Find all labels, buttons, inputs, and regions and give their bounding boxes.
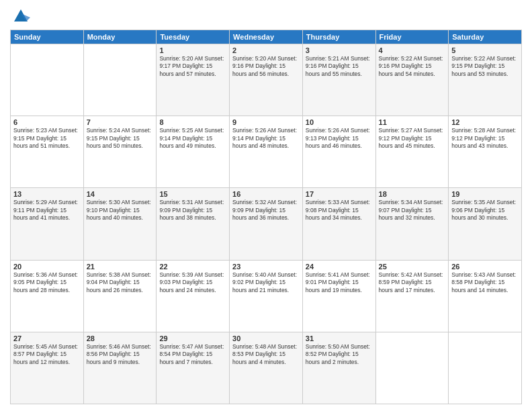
day-cell: 19Sunrise: 5:35 AM Sunset: 9:06 PM Dayli… xyxy=(449,188,522,260)
day-number: 19 xyxy=(451,190,519,198)
day-number: 18 xyxy=(379,190,446,198)
day-cell: 9Sunrise: 5:26 AM Sunset: 9:14 PM Daylig… xyxy=(230,116,303,188)
day-info: Sunrise: 5:26 AM Sunset: 9:13 PM Dayligh… xyxy=(306,127,373,150)
day-cell: 15Sunrise: 5:31 AM Sunset: 9:09 PM Dayli… xyxy=(157,188,230,260)
day-info: Sunrise: 5:42 AM Sunset: 8:59 PM Dayligh… xyxy=(379,271,446,294)
weekday-header-sunday: Sunday xyxy=(11,30,84,44)
day-info: Sunrise: 5:50 AM Sunset: 8:52 PM Dayligh… xyxy=(306,343,373,366)
day-number: 13 xyxy=(13,190,81,198)
calendar: SundayMondayTuesdayWednesdayThursdayFrid… xyxy=(10,30,522,404)
day-cell: 4Sunrise: 5:22 AM Sunset: 9:16 PM Daylig… xyxy=(375,44,449,116)
weekday-header-friday: Friday xyxy=(375,30,449,44)
day-info: Sunrise: 5:24 AM Sunset: 9:15 PM Dayligh… xyxy=(87,127,154,150)
day-number: 9 xyxy=(232,118,300,126)
week-row-2: 6Sunrise: 5:23 AM Sunset: 9:15 PM Daylig… xyxy=(11,116,522,188)
day-number: 11 xyxy=(379,118,446,126)
day-cell: 24Sunrise: 5:41 AM Sunset: 9:01 PM Dayli… xyxy=(302,260,375,332)
day-info: Sunrise: 5:45 AM Sunset: 8:57 PM Dayligh… xyxy=(13,343,81,366)
day-info: Sunrise: 5:46 AM Sunset: 8:56 PM Dayligh… xyxy=(87,343,154,366)
day-info: Sunrise: 5:20 AM Sunset: 9:16 PM Dayligh… xyxy=(232,55,300,78)
day-info: Sunrise: 5:27 AM Sunset: 9:12 PM Dayligh… xyxy=(379,127,446,150)
day-cell: 31Sunrise: 5:50 AM Sunset: 8:52 PM Dayli… xyxy=(302,332,375,404)
day-cell: 3Sunrise: 5:21 AM Sunset: 9:16 PM Daylig… xyxy=(302,44,375,116)
day-cell: 25Sunrise: 5:42 AM Sunset: 8:59 PM Dayli… xyxy=(375,260,449,332)
day-cell: 14Sunrise: 5:30 AM Sunset: 9:10 PM Dayli… xyxy=(83,188,157,260)
week-row-3: 13Sunrise: 5:29 AM Sunset: 9:11 PM Dayli… xyxy=(11,188,522,260)
day-number: 6 xyxy=(13,118,81,126)
day-number: 23 xyxy=(232,263,300,271)
day-info: Sunrise: 5:21 AM Sunset: 9:16 PM Dayligh… xyxy=(306,55,373,78)
day-number: 27 xyxy=(13,334,81,342)
day-cell: 27Sunrise: 5:45 AM Sunset: 8:57 PM Dayli… xyxy=(11,332,84,404)
day-info: Sunrise: 5:32 AM Sunset: 9:09 PM Dayligh… xyxy=(232,199,300,222)
day-number: 2 xyxy=(232,46,300,54)
day-info: Sunrise: 5:22 AM Sunset: 9:15 PM Dayligh… xyxy=(451,55,519,78)
day-number: 29 xyxy=(159,334,226,342)
day-cell: 6Sunrise: 5:23 AM Sunset: 9:15 PM Daylig… xyxy=(11,116,84,188)
day-cell: 10Sunrise: 5:26 AM Sunset: 9:13 PM Dayli… xyxy=(302,116,375,188)
day-cell xyxy=(83,44,157,116)
day-info: Sunrise: 5:35 AM Sunset: 9:06 PM Dayligh… xyxy=(451,199,519,222)
day-cell: 1Sunrise: 5:20 AM Sunset: 9:17 PM Daylig… xyxy=(157,44,230,116)
day-info: Sunrise: 5:33 AM Sunset: 9:08 PM Dayligh… xyxy=(306,199,373,222)
day-number: 5 xyxy=(451,46,519,54)
day-cell: 22Sunrise: 5:39 AM Sunset: 9:03 PM Dayli… xyxy=(157,260,230,332)
day-info: Sunrise: 5:39 AM Sunset: 9:03 PM Dayligh… xyxy=(159,271,226,294)
day-number: 14 xyxy=(87,190,154,198)
day-info: Sunrise: 5:31 AM Sunset: 9:09 PM Dayligh… xyxy=(159,199,226,222)
day-number: 24 xyxy=(306,263,373,271)
day-cell: 11Sunrise: 5:27 AM Sunset: 9:12 PM Dayli… xyxy=(375,116,449,188)
day-cell: 20Sunrise: 5:36 AM Sunset: 9:05 PM Dayli… xyxy=(11,260,84,332)
day-number: 3 xyxy=(306,46,373,54)
day-number: 20 xyxy=(13,263,81,271)
day-cell xyxy=(11,44,84,116)
day-info: Sunrise: 5:36 AM Sunset: 9:05 PM Dayligh… xyxy=(13,271,81,294)
day-info: Sunrise: 5:41 AM Sunset: 9:01 PM Dayligh… xyxy=(306,271,373,294)
day-cell: 30Sunrise: 5:48 AM Sunset: 8:53 PM Dayli… xyxy=(230,332,303,404)
day-number: 10 xyxy=(306,118,373,126)
day-cell: 18Sunrise: 5:34 AM Sunset: 9:07 PM Dayli… xyxy=(375,188,449,260)
day-info: Sunrise: 5:20 AM Sunset: 9:17 PM Dayligh… xyxy=(159,55,226,78)
day-number: 4 xyxy=(379,46,446,54)
day-info: Sunrise: 5:34 AM Sunset: 9:07 PM Dayligh… xyxy=(379,199,446,222)
day-number: 1 xyxy=(159,46,226,54)
day-info: Sunrise: 5:48 AM Sunset: 8:53 PM Dayligh… xyxy=(232,343,300,366)
day-cell xyxy=(375,332,449,404)
logo-icon xyxy=(11,7,30,26)
day-cell: 5Sunrise: 5:22 AM Sunset: 9:15 PM Daylig… xyxy=(449,44,522,116)
day-number: 22 xyxy=(159,263,226,271)
day-number: 8 xyxy=(159,118,226,126)
day-info: Sunrise: 5:47 AM Sunset: 8:54 PM Dayligh… xyxy=(159,343,226,366)
day-cell: 17Sunrise: 5:33 AM Sunset: 9:08 PM Dayli… xyxy=(302,188,375,260)
weekday-header-monday: Monday xyxy=(83,30,157,44)
day-number: 21 xyxy=(87,263,154,271)
header xyxy=(10,7,522,26)
day-cell: 23Sunrise: 5:40 AM Sunset: 9:02 PM Dayli… xyxy=(230,260,303,332)
day-info: Sunrise: 5:22 AM Sunset: 9:16 PM Dayligh… xyxy=(379,55,446,78)
day-number: 15 xyxy=(159,190,226,198)
week-row-5: 27Sunrise: 5:45 AM Sunset: 8:57 PM Dayli… xyxy=(11,332,522,404)
day-info: Sunrise: 5:40 AM Sunset: 9:02 PM Dayligh… xyxy=(232,271,300,294)
weekday-header-wednesday: Wednesday xyxy=(230,30,303,44)
day-cell: 16Sunrise: 5:32 AM Sunset: 9:09 PM Dayli… xyxy=(230,188,303,260)
day-number: 7 xyxy=(87,118,154,126)
day-cell: 21Sunrise: 5:38 AM Sunset: 9:04 PM Dayli… xyxy=(83,260,157,332)
day-cell: 8Sunrise: 5:25 AM Sunset: 9:14 PM Daylig… xyxy=(157,116,230,188)
day-cell: 2Sunrise: 5:20 AM Sunset: 9:16 PM Daylig… xyxy=(230,44,303,116)
logo xyxy=(10,9,30,26)
weekday-header-thursday: Thursday xyxy=(302,30,375,44)
day-number: 12 xyxy=(451,118,519,126)
day-info: Sunrise: 5:23 AM Sunset: 9:15 PM Dayligh… xyxy=(13,127,81,150)
day-cell: 26Sunrise: 5:43 AM Sunset: 8:58 PM Dayli… xyxy=(449,260,522,332)
day-number: 25 xyxy=(379,263,446,271)
day-info: Sunrise: 5:43 AM Sunset: 8:58 PM Dayligh… xyxy=(451,271,519,294)
weekday-header-row: SundayMondayTuesdayWednesdayThursdayFrid… xyxy=(11,30,522,44)
day-cell: 29Sunrise: 5:47 AM Sunset: 8:54 PM Dayli… xyxy=(157,332,230,404)
day-info: Sunrise: 5:26 AM Sunset: 9:14 PM Dayligh… xyxy=(232,127,300,150)
weekday-header-tuesday: Tuesday xyxy=(157,30,230,44)
day-number: 30 xyxy=(232,334,300,342)
day-number: 28 xyxy=(87,334,154,342)
week-row-1: 1Sunrise: 5:20 AM Sunset: 9:17 PM Daylig… xyxy=(11,44,522,116)
day-number: 17 xyxy=(306,190,373,198)
week-row-4: 20Sunrise: 5:36 AM Sunset: 9:05 PM Dayli… xyxy=(11,260,522,332)
